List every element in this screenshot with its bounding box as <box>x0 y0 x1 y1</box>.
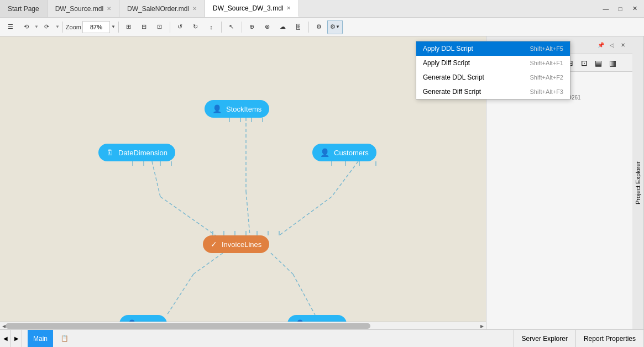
sep6 <box>308 22 309 33</box>
node-stockitems[interactable]: 👤 StockItems <box>205 100 269 118</box>
status-tab-report-properties[interactable]: Report Properties <box>576 330 644 347</box>
zoom-label: Zoom <box>66 24 81 30</box>
tool3[interactable]: ↕ <box>204 20 218 34</box>
svg-line-2 <box>152 161 160 197</box>
status-main: Main 📋 <box>22 330 514 347</box>
window-close-btn[interactable]: ✕ <box>627 2 642 16</box>
layout-btn[interactable]: ⊗ <box>260 20 275 34</box>
status-nav-right[interactable]: ▶ <box>11 330 22 348</box>
status-nav: ◀ ▶ <box>0 330 22 347</box>
svg-line-1 <box>246 191 250 235</box>
svg-line-5 <box>279 197 332 235</box>
dropdown-item-generate-ddl[interactable]: Generate DDL Script Shift+Alt+F2 <box>416 70 570 85</box>
tab-dw-source[interactable]: DW_Source.mdl ✕ <box>48 0 119 17</box>
connection-lines <box>0 36 486 329</box>
sidebar-tool5[interactable]: ▥ <box>606 56 620 70</box>
zoom-region-btn[interactable]: ⊡ <box>153 20 167 34</box>
stockitems-icon: 👤 <box>212 104 222 113</box>
tab-close-dw-source-dw3[interactable]: ✕ <box>286 5 291 11</box>
redo-arrow[interactable]: ▼ <box>55 24 60 29</box>
h-scrollbar[interactable]: ◀ ▶ <box>0 322 486 329</box>
menu-btn[interactable]: ☰ <box>3 20 18 34</box>
tab-start-page[interactable]: Start Page <box>0 0 48 17</box>
fit-btn[interactable]: ⊞ <box>122 20 136 34</box>
tab-dw-sale[interactable]: DW_SaleNOrder.mdl ✕ <box>119 0 205 17</box>
dropdown-item-apply-diff[interactable]: Apply Diff Script Shift+Alt+F1 <box>416 56 570 70</box>
sidebar-tool3[interactable]: ⊡ <box>578 56 591 70</box>
cursor-btn[interactable]: ↖ <box>224 20 239 34</box>
svg-line-8 <box>271 253 293 274</box>
redo-btn[interactable]: ⟳ <box>40 20 54 34</box>
svg-line-7 <box>167 274 193 315</box>
cloud-btn[interactable]: ☁ <box>276 20 290 34</box>
svg-line-6 <box>193 253 223 274</box>
tool1[interactable]: ↺ <box>173 20 187 34</box>
sidebar-close-btn[interactable]: ✕ <box>618 40 628 50</box>
status-icon-btn[interactable]: 📋 <box>57 332 72 346</box>
sep4 <box>221 22 222 33</box>
window-minimize-btn[interactable]: — <box>599 2 613 16</box>
sep2 <box>118 22 119 33</box>
sidebar-arrow-btn[interactable]: ◁ <box>607 40 617 50</box>
dropdown-item-generate-diff[interactable]: Generate Diff Script Shift+Alt+F3 <box>416 85 570 99</box>
sep1 <box>62 22 63 33</box>
zoom-input[interactable] <box>82 21 110 33</box>
datedimension-icon: 🗓 <box>106 148 114 157</box>
tab-dw-source-dw3[interactable]: DW_Source_DW_3.mdl ✕ <box>205 0 299 17</box>
tool2[interactable]: ↻ <box>189 20 203 34</box>
invoicelines-icon: ✓ <box>211 240 217 249</box>
svg-line-4 <box>332 161 358 197</box>
dropdown-menu: Apply DDL Script Shift+Alt+F5 Apply Diff… <box>416 41 570 99</box>
undo-arrow[interactable]: ▼ <box>34 24 39 29</box>
status-main-btn[interactable]: Main <box>28 330 53 347</box>
scroll-right-btn[interactable]: ▶ <box>478 322 486 329</box>
main-layout: 👤 StockItems 🗓 DateDimension 👤 Customers… <box>0 36 644 329</box>
db-btn[interactable]: 🗄 <box>291 20 306 34</box>
dropdown-item-apply-ddl[interactable]: Apply DDL Script Shift+Alt+F5 <box>416 41 570 56</box>
status-tab-server-explorer[interactable]: Server Explorer <box>514 330 576 347</box>
svg-line-9 <box>293 274 315 315</box>
customers-icon: 👤 <box>320 148 329 157</box>
toolbar: ☰ ⟲ ▼ ⟳ ▼ Zoom ▼ ⊞ ⊟ ⊡ ↺ ↻ ↕ ↖ ⊕ ⊗ ☁ 🗄 ⚙… <box>0 18 644 36</box>
scroll-thumb-h[interactable] <box>6 323 370 329</box>
project-explorer-tab[interactable]: Project Explorer <box>632 36 644 329</box>
settings-btn[interactable]: ⚙ <box>312 20 326 34</box>
connect-btn[interactable]: ⊕ <box>245 20 259 34</box>
tab-bar: Start Page DW_Source.mdl ✕ DW_SaleNOrder… <box>0 0 644 18</box>
zoom-dropdown-arrow[interactable]: ▼ <box>111 24 116 29</box>
zoom-fit-btn[interactable]: ⊟ <box>137 20 151 34</box>
node-datedimension[interactable]: 🗓 DateDimension <box>98 144 175 161</box>
tab-close-dw-source[interactable]: ✕ <box>107 6 111 12</box>
sidebar-tool4[interactable]: ▤ <box>592 56 605 70</box>
canvas-area[interactable]: 👤 StockItems 🗓 DateDimension 👤 Customers… <box>0 36 486 329</box>
tab-close-dw-sale[interactable]: ✕ <box>192 6 197 12</box>
window-maximize-btn[interactable]: □ <box>613 2 627 16</box>
status-nav-left[interactable]: ◀ <box>0 330 11 348</box>
pin-btn[interactable]: 📌 <box>596 40 606 50</box>
zoom-group: Zoom ▼ <box>66 21 116 33</box>
sep3 <box>170 22 170 33</box>
undo-btn[interactable]: ⟲ <box>19 20 33 34</box>
gear-dropdown-btn[interactable]: ⚙▼ <box>327 20 343 34</box>
status-tabs: Server Explorer Report Properties <box>514 330 644 347</box>
node-customers[interactable]: 👤 Customers <box>312 144 376 161</box>
sep5 <box>242 22 242 33</box>
node-invoicelines[interactable]: ✓ InvoiceLines <box>203 235 269 253</box>
status-bar: ◀ ▶ Main 📋 Server Explorer Report Proper… <box>0 329 644 347</box>
panel-controls: 📌 ◁ ✕ <box>596 40 628 50</box>
svg-line-3 <box>160 197 216 235</box>
